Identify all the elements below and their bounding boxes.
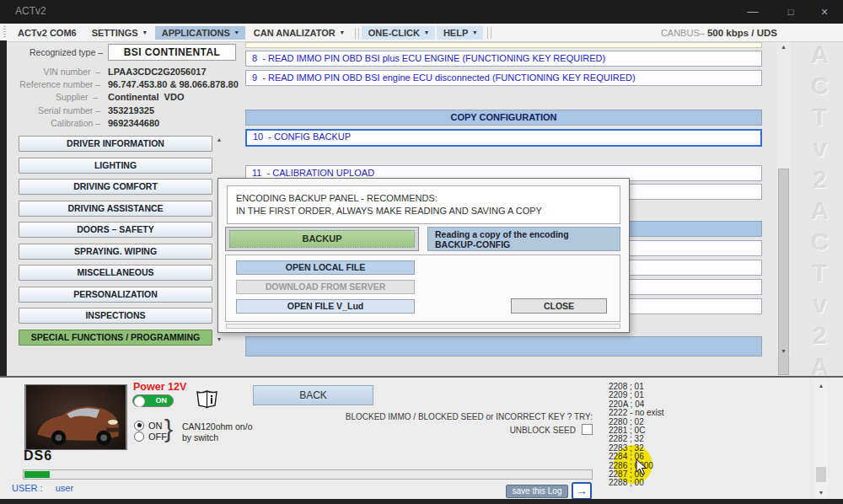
function-row-10-selected[interactable]: 10 - CONFIG BACKUP xyxy=(245,129,762,147)
menu-item-label: ONE-CLICK xyxy=(368,28,420,38)
unblock-seed-label: UNBLOCK SEED xyxy=(510,426,576,435)
manual-book-icon[interactable] xyxy=(196,389,218,409)
category-button[interactable]: DRIVER INFORMATION xyxy=(19,136,212,152)
scroll-down-icon[interactable]: ▼ xyxy=(776,348,791,354)
canbus-status: CANBUS– 500 kbps / UDS xyxy=(661,28,777,38)
info-field-label: Calibration – xyxy=(8,118,103,128)
menu-item[interactable]: HELP ▾ xyxy=(437,26,483,40)
scroll-up-icon[interactable]: ▲ xyxy=(814,383,828,389)
info-field-label: Reference number – xyxy=(8,79,103,89)
category-menu: DRIVER INFORMATIONLIGHTINGDRIVING COMFOR… xyxy=(19,136,212,346)
toggle-on-label: ON xyxy=(156,396,168,405)
chevron-down-icon: ▾ xyxy=(473,29,476,36)
recognized-type-value: BSI CONTINENTAL xyxy=(108,44,236,61)
category-button[interactable]: INSPECTIONS xyxy=(19,308,212,324)
scrollbar-thumb[interactable] xyxy=(778,169,789,375)
unblock-seed-row: UNBLOCK SEED xyxy=(303,424,593,435)
backup-info-line2: BACKUP-CONFIG xyxy=(435,239,613,249)
radio-off-icon xyxy=(134,432,144,442)
info-field-value: LPAA3CDC2G2056017 xyxy=(103,67,207,77)
toolbar-grip-icon xyxy=(3,26,6,39)
category-button[interactable]: PERSONALIZATION xyxy=(19,287,212,303)
category-button[interactable]: DOORS – SAFETY xyxy=(19,222,212,238)
menu-item-label: HELP xyxy=(443,28,468,38)
category-button[interactable]: LIGHTING xyxy=(19,158,212,174)
scroll-down-icon[interactable]: ▼ xyxy=(814,490,828,496)
log-entry: 2288 ; 00 xyxy=(609,479,664,487)
window-title: ACTv2 xyxy=(15,5,46,17)
category-button[interactable]: DRIVING ASSISTANCE xyxy=(19,201,212,217)
info-field: VIN number – LPAA3CDC2G2056017 xyxy=(8,65,243,78)
info-field-value: 9692344680 xyxy=(103,118,159,128)
category-button[interactable]: SPRAYING. WIPING xyxy=(19,244,212,260)
open-local-file-button[interactable]: OPEN LOCAL FILE xyxy=(236,260,415,275)
info-field-label: Supplier – xyxy=(8,92,103,102)
forward-arrow-button[interactable]: → xyxy=(572,482,592,500)
brace-glyph: } xyxy=(164,415,173,443)
menu-item[interactable]: ONE-CLICK ▾ xyxy=(362,26,435,40)
file-actions-group: OPEN LOCAL FILE DOWNLOAD FROM SERVER OPE… xyxy=(225,255,620,322)
menu-item-label: APPLICATIONS xyxy=(162,28,230,38)
menu-item-label: ACTv2 COM6 xyxy=(18,28,77,38)
can-resistor-radios: ON OFF xyxy=(134,420,167,442)
canbus-value: 500 kbps / UDS xyxy=(707,28,777,38)
info-field-value: Continental VDO xyxy=(103,92,184,102)
backup-button[interactable]: BACKUP xyxy=(229,230,415,248)
info-field: Supplier – Continental VDO xyxy=(8,91,243,104)
car-model-label: DS6 xyxy=(24,448,52,464)
scroll-down-icon[interactable]: ▼ xyxy=(213,336,225,342)
bottom-panel: Power 12V ON ON OFF } CAN120ohm on/o by … xyxy=(0,376,843,499)
vehicle-fields: VIN number – LPAA3CDC2G2056017 Reference… xyxy=(8,65,243,129)
user-value: user xyxy=(56,483,73,493)
unblock-seed-checkbox[interactable] xyxy=(582,424,593,435)
info-field-label: VIN number – xyxy=(8,67,103,77)
back-button[interactable]: BACK xyxy=(253,385,373,405)
scroll-up-icon[interactable]: ▲ xyxy=(213,137,225,142)
close-icon[interactable]: × xyxy=(813,3,835,20)
actv2-watermark: ACTv2ACTv2ACTv2 xyxy=(796,40,843,375)
open-file-vlud-button[interactable]: OPEN FILE V_Lud xyxy=(236,299,415,314)
scroll-up-icon[interactable]: ▲ xyxy=(776,44,791,50)
log-scrollbar[interactable]: ▲ ▼ xyxy=(814,381,828,497)
menu-separator xyxy=(487,27,491,39)
menu-bar: ACTv2 COM6 ▾ SETTINGS ▾ APPLICATIONS ▾ C… xyxy=(0,24,843,42)
progress-bar xyxy=(23,469,593,480)
backup-button-frame: BACKUP xyxy=(225,227,419,251)
function-row-9[interactable]: 9 - READ IMMO PIN OBD BSI engine ECU dis… xyxy=(245,70,762,86)
info-field: Calibration – 9692344680 xyxy=(8,116,243,129)
menu-item[interactable]: ACTv2 COM6 ▾ xyxy=(11,26,83,40)
canbus-label: CANBUS– xyxy=(661,28,705,38)
menu-item-label: SETTINGS xyxy=(92,28,138,38)
radio-off[interactable]: OFF xyxy=(134,431,167,442)
scrollbar-thumb[interactable] xyxy=(816,467,826,482)
chevron-down-icon: ▾ xyxy=(341,29,344,36)
menu-item-label: CAN ANALIZATOR xyxy=(254,28,336,38)
can-120ohm-note: CAN120ohm on/o by switch xyxy=(182,421,252,442)
radio-on[interactable]: ON xyxy=(134,420,167,431)
maximize-icon[interactable]: □ xyxy=(780,3,802,20)
save-log-button[interactable]: save this Log xyxy=(506,485,568,498)
menu-items: ACTv2 COM6 ▾ SETTINGS ▾ APPLICATIONS ▾ C… xyxy=(10,26,484,40)
mouse-cursor xyxy=(636,458,648,475)
function-row-partial xyxy=(245,42,762,48)
application-window: ACTv2 — □ × ACTv2 COM6 ▾ SETTINGS ▾ APPL… xyxy=(0,0,843,504)
power-12v-label: Power 12V xyxy=(133,381,186,393)
power-toggle[interactable]: ON xyxy=(132,394,174,407)
download-from-server-button[interactable]: DOWNLOAD FROM SERVER xyxy=(236,280,415,294)
info-field: Serial number – 353219325 xyxy=(8,104,243,116)
backup-info-line1: Reading a copy of the encoding xyxy=(435,229,613,239)
section-footer-band xyxy=(245,336,762,357)
category-button[interactable]: DRIVING COMFORT xyxy=(19,179,212,195)
minimize-icon[interactable]: — xyxy=(742,3,764,20)
menu-item[interactable]: APPLICATIONS ▾ xyxy=(155,26,245,40)
menu-item[interactable]: SETTINGS ▾ xyxy=(85,26,153,40)
chevron-down-icon: ▾ xyxy=(235,29,239,36)
info-field-value: 353219325 xyxy=(103,105,154,115)
main-scrollbar[interactable]: ▲ ▼ xyxy=(776,42,791,356)
category-button[interactable]: SPECIAL FUNCTIONS / PROGRAMMING xyxy=(19,330,212,346)
menu-item[interactable]: CAN ANALIZATOR ▾ xyxy=(247,26,351,40)
close-button[interactable]: CLOSE xyxy=(511,298,607,314)
function-row-8[interactable]: 8 - READ IMMO PIN OBD BSI plus ECU ENGIN… xyxy=(245,51,762,67)
window-left-edge xyxy=(0,40,7,376)
category-button[interactable]: MISCELLANEOUS xyxy=(19,265,212,281)
